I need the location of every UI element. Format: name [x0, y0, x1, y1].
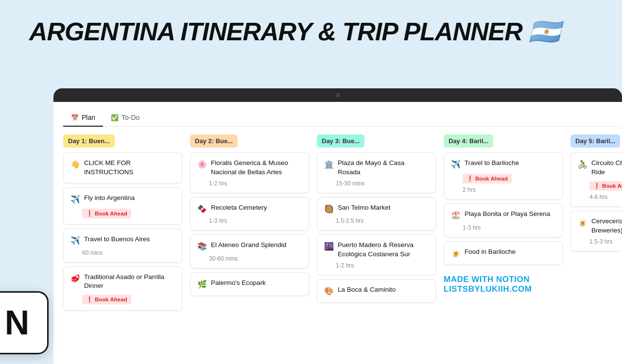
book-ahead-badge: ❗ Book Ahead: [82, 295, 131, 304]
card-meta: 1.5-3 hrs: [578, 238, 622, 245]
card-travel-ba[interactable]: ✈️ Travel to Buenos Aires 60 mins: [63, 229, 182, 262]
card-puerto-madero[interactable]: 🌆 Puerto Madero & Reserva Ecológica Cost…: [317, 234, 436, 275]
card-text: Floralis Generica & Museo Nacional de Be…: [211, 159, 302, 177]
page-header: ARGENTINA ITINERARY & TRIP PLANNER 🇦🇷: [0, 0, 622, 58]
column-day5: Day 5: Baril... 🚴 Circuito Chi... Ride ❗…: [570, 134, 622, 353]
card-meta: 1-2 hrs: [324, 262, 429, 269]
tab-plan[interactable]: 📅 Plan: [63, 110, 103, 126]
card-title: ✈️ Fly into Argentina: [70, 194, 175, 205]
card-text: Playa Bonita or Playa Serena: [465, 210, 550, 219]
device-frame: 📅 Plan ✅ To-Do Day 1: Buen... 👋: [53, 88, 622, 364]
card-title: 🚴 Circuito Chi... Ride: [578, 159, 622, 177]
card-emoji: 🥩: [70, 273, 80, 284]
card-text: Puerto Madero & Reserva Ecológica Costan…: [338, 241, 429, 259]
notion-logo-letter: N: [5, 303, 30, 342]
card-emoji: 🌿: [197, 279, 207, 290]
device-screen: 📅 Plan ✅ To-Do Day 1: Buen... 👋: [53, 102, 622, 364]
card-emoji: 🍺: [578, 217, 587, 228]
card-text: Travel to Buenos Aires: [84, 235, 150, 244]
flag-emoji: 🇦🇷: [529, 17, 560, 46]
card-text: Palermo's Ecopark: [211, 279, 266, 288]
card-title: 🍺 Cervecerías Breweries): [578, 217, 622, 235]
card-text: CLICK ME FOR INSTRUCTIONS: [84, 159, 175, 177]
plan-icon: 📅: [71, 114, 79, 121]
col-header-day1: Day 1: Buen...: [63, 134, 115, 148]
card-instructions[interactable]: 👋 CLICK ME FOR INSTRUCTIONS: [63, 152, 182, 183]
card-title: 🌆 Puerto Madero & Reserva Ecológica Cost…: [324, 241, 429, 259]
card-text: Plaza de Mayo & Casa Rosada: [338, 159, 429, 177]
card-title: 🌸 Floralis Generica & Museo Nacional de …: [197, 159, 302, 177]
card-cerveceria[interactable]: 🍺 Cervecerías Breweries) 1.5-3 hrs: [570, 211, 622, 251]
card-asado[interactable]: 🥩 Traditional Asado or Parrilla Dinner ❗…: [63, 266, 182, 311]
card-title: 🏖️ Playa Bonita or Playa Serena: [451, 210, 555, 221]
card-emoji: 🍺: [451, 248, 461, 259]
card-meta: 30-60 mins: [197, 255, 302, 262]
card-title: 🏛️ Plaza de Mayo & Casa Rosada: [324, 159, 429, 177]
made-with-notion-line2: LISTSBYLUKIIH.COM: [444, 284, 563, 294]
page-background: ARGENTINA ITINERARY & TRIP PLANNER 🇦🇷 📅 …: [0, 0, 622, 364]
card-emoji: ✈️: [70, 235, 80, 246]
col-header-day4: Day 4: Baril...: [444, 134, 493, 148]
card-title: 🥘 San Telmo Market: [324, 203, 429, 215]
card-emoji: 🏛️: [324, 159, 334, 170]
made-with-notion-line1: MADE WITH NOTION: [444, 275, 563, 284]
card-palermo[interactable]: 🌿 Palermo's Ecopark: [190, 272, 309, 296]
card-fly-argentina[interactable]: ✈️ Fly into Argentina ❗ Book Ahead: [63, 187, 182, 225]
card-recoleta[interactable]: 🍫 Recoleta Cemetery 1-3 hrs: [190, 197, 309, 231]
card-text: Circuito Chi... Ride: [591, 159, 622, 177]
card-el-ateneo[interactable]: 📚 El Ateneo Grand Splendid 30-60 mins: [190, 234, 309, 268]
card-emoji: 🍫: [197, 204, 207, 215]
notion-logo: N: [0, 291, 49, 354]
column-day3: Day 3: Bue... 🏛️ Plaza de Mayo & Casa Ro…: [317, 134, 436, 353]
column-day1: Day 1: Buen... 👋 CLICK ME FOR INSTRUCTIO…: [63, 134, 182, 353]
card-title: 🍫 Recoleta Cemetery: [197, 203, 302, 215]
card-emoji: 👋: [70, 159, 80, 170]
col-header-day5: Day 5: Baril...: [570, 134, 620, 148]
made-with-notion: MADE WITH NOTION LISTSBYLUKIIH.COM: [444, 275, 563, 294]
notion-tabs: 📅 Plan ✅ To-Do: [53, 102, 622, 127]
card-la-boca[interactable]: 🎨 La Boca & Caminito: [317, 279, 436, 303]
card-emoji: 🚴: [578, 159, 587, 170]
card-emoji: 🎨: [324, 286, 334, 297]
card-travel-bariloche[interactable]: ✈️ Travel to Bariloche ❗ Book Ahead 2 hr…: [444, 152, 563, 199]
card-text: Travel to Bariloche: [465, 159, 519, 168]
card-text: Recoleta Cemetery: [211, 203, 267, 213]
card-plaza-mayo[interactable]: 🏛️ Plaza de Mayo & Casa Rosada 15-30 min…: [317, 152, 436, 193]
card-meta: 1-3 hrs: [451, 224, 555, 231]
card-text: San Telmo Market: [338, 203, 391, 213]
card-playa-bonita[interactable]: 🏖️ Playa Bonita or Playa Serena 1-3 hrs: [444, 203, 563, 237]
card-circuito-chico[interactable]: 🚴 Circuito Chi... Ride ❗ Book Ahead 4-6 …: [570, 152, 622, 207]
card-san-telmo[interactable]: 🥘 San Telmo Market 1.5-2.5 hrs: [317, 197, 436, 231]
col-header-day3: Day 3: Bue...: [317, 134, 364, 148]
col-header-day2: Day 2: Bue...: [190, 134, 238, 148]
card-text: Fly into Argentina: [84, 194, 135, 203]
column-day2: Day 2: Bue... 🌸 Floralis Generica & Muse…: [190, 134, 309, 353]
card-title: 🍺 Food in Bariloche: [451, 248, 555, 259]
card-emoji: 🥘: [324, 204, 334, 215]
card-meta: 1.5-2.5 hrs: [324, 217, 429, 224]
card-floralis[interactable]: 🌸 Floralis Generica & Museo Nacional de …: [190, 152, 309, 193]
kanban-board: Day 1: Buen... 👋 CLICK ME FOR INSTRUCTIO…: [53, 127, 622, 361]
card-title: 🥩 Traditional Asado or Parrilla Dinner: [70, 273, 175, 291]
card-title: 📚 El Ateneo Grand Splendid: [197, 241, 302, 252]
card-emoji: 🌆: [324, 241, 334, 252]
card-food-bariloche[interactable]: 🍺 Food in Bariloche: [444, 241, 563, 265]
tab-todo[interactable]: ✅ To-Do: [103, 110, 147, 126]
card-emoji: ✈️: [70, 194, 80, 205]
todo-icon: ✅: [111, 114, 119, 121]
card-text: La Boca & Caminito: [338, 285, 396, 295]
card-emoji: 📚: [197, 241, 207, 252]
book-ahead-badge: ❗ Book Ahead: [589, 181, 622, 191]
tab-todo-label: To-Do: [121, 114, 139, 121]
card-emoji: 🏖️: [451, 210, 461, 221]
card-meta: 15-30 mins: [324, 180, 429, 187]
card-emoji: ✈️: [451, 159, 461, 170]
card-title: ✈️ Travel to Buenos Aires: [70, 235, 175, 246]
card-title: 🌿 Palermo's Ecopark: [197, 279, 302, 290]
title-text: ARGENTINA ITINERARY & TRIP PLANNER: [29, 17, 522, 46]
page-title: ARGENTINA ITINERARY & TRIP PLANNER 🇦🇷: [29, 17, 593, 47]
card-text: El Ateneo Grand Splendid: [211, 241, 286, 250]
card-meta: 60 mins: [70, 249, 175, 256]
card-meta: 1-3 hrs: [197, 217, 302, 224]
device-top-bar: [53, 88, 622, 102]
